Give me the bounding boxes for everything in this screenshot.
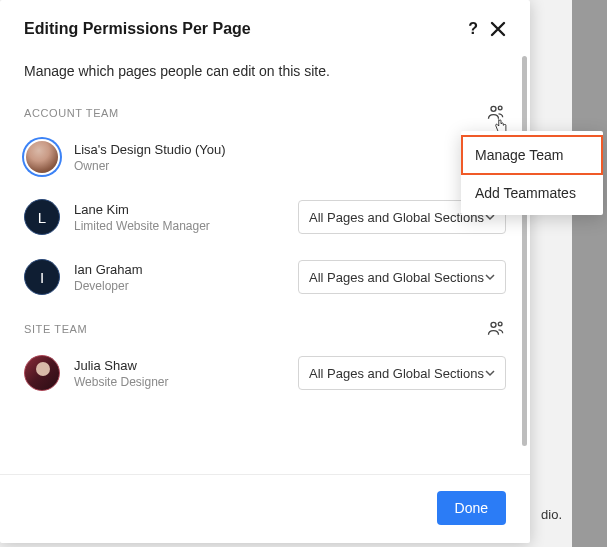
avatar [24, 139, 60, 175]
modal-header: Editing Permissions Per Page ? [0, 0, 530, 52]
done-button[interactable]: Done [437, 491, 506, 525]
modal-footer: Done [0, 474, 530, 543]
member-row: Julia Shaw Website Designer All Pages an… [24, 355, 506, 391]
member-row: L Lane Kim Limited Website Manager All P… [24, 199, 506, 235]
chevron-down-icon [485, 368, 495, 378]
member-info: Lane Kim Limited Website Manager [74, 202, 284, 233]
site-team-label: SITE TEAM [24, 323, 87, 335]
avatar-initial: I [40, 269, 44, 286]
modal-subtitle: Manage which pages people can edit on th… [24, 63, 506, 79]
avatar [24, 355, 60, 391]
member-row: Lisa's Design Studio (You) Owner [24, 139, 506, 175]
member-role: Website Designer [74, 375, 284, 389]
avatar-initial: L [38, 209, 46, 226]
member-name: Lisa's Design Studio (You) [74, 142, 506, 157]
site-team-header: SITE TEAM [24, 319, 506, 339]
pages-dropdown[interactable]: All Pages and Global Sections [298, 356, 506, 390]
member-info: Julia Shaw Website Designer [74, 358, 284, 389]
member-name: Lane Kim [74, 202, 284, 217]
svg-point-0 [491, 106, 496, 111]
team-context-menu: Manage Team Add Teammates [461, 131, 603, 215]
team-menu-icon[interactable] [486, 319, 506, 339]
member-name: Julia Shaw [74, 358, 284, 373]
dropdown-value: All Pages and Global Sections [309, 366, 484, 381]
scrollbar[interactable] [522, 56, 527, 446]
header-actions: ? [468, 20, 506, 38]
member-role: Limited Website Manager [74, 219, 284, 233]
member-row: I Ian Graham Developer All Pages and Glo… [24, 259, 506, 295]
pages-dropdown[interactable]: All Pages and Global Sections [298, 260, 506, 294]
member-info: Ian Graham Developer [74, 262, 284, 293]
avatar: I [24, 259, 60, 295]
member-role: Developer [74, 279, 284, 293]
modal-body: Manage which pages people can edit on th… [0, 52, 530, 474]
avatar: L [24, 199, 60, 235]
member-name: Ian Graham [74, 262, 284, 277]
svg-point-1 [498, 106, 502, 110]
modal-title: Editing Permissions Per Page [24, 20, 251, 38]
permissions-modal: Editing Permissions Per Page ? Manage wh… [0, 0, 530, 543]
chevron-down-icon [485, 272, 495, 282]
close-icon[interactable] [490, 21, 506, 37]
dropdown-value: All Pages and Global Sections [309, 270, 484, 285]
account-team-header: ACCOUNT TEAM [24, 103, 506, 123]
svg-point-2 [491, 322, 496, 327]
backdrop-text: dio. [541, 507, 562, 522]
help-icon[interactable]: ? [468, 20, 478, 38]
svg-point-3 [498, 322, 502, 326]
dropdown-value: All Pages and Global Sections [309, 210, 484, 225]
backdrop-strip [572, 0, 607, 547]
member-role: Owner [74, 159, 506, 173]
menu-item-manage-team[interactable]: Manage Team [461, 135, 603, 175]
team-menu-icon[interactable] [486, 103, 506, 123]
menu-item-add-teammates[interactable]: Add Teammates [461, 175, 603, 211]
member-info: Lisa's Design Studio (You) Owner [74, 142, 506, 173]
account-team-label: ACCOUNT TEAM [24, 107, 119, 119]
